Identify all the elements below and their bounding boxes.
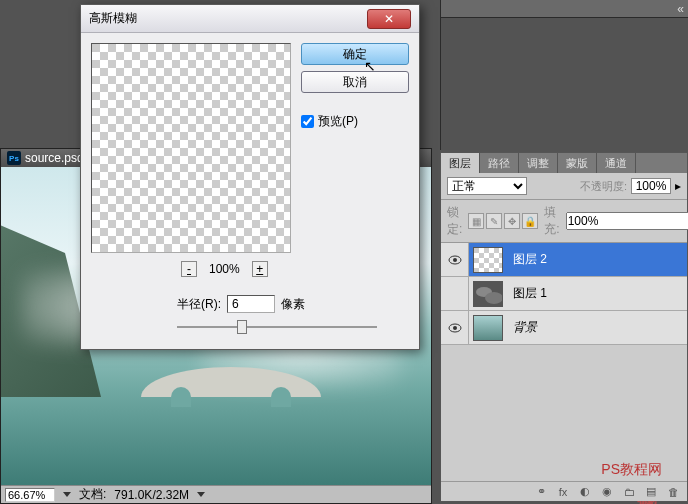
fill-label: 填充:: [544, 204, 559, 238]
layer-name[interactable]: 背景: [507, 319, 537, 336]
tab-mask[interactable]: 蒙版: [558, 153, 597, 173]
layer-thumbnail[interactable]: [473, 247, 503, 273]
layer-row[interactable]: 图层 2: [441, 243, 687, 277]
delete-icon[interactable]: 🗑: [665, 485, 681, 499]
tab-channel[interactable]: 通道: [597, 153, 636, 173]
layer-row[interactable]: 背景: [441, 311, 687, 345]
panel-strip: «: [441, 0, 688, 18]
gaussian-blur-dialog: 高斯模糊 ✕ 确定 取消 预览(P) - 100% + 半径(R): 像素: [80, 4, 420, 350]
dialog-titlebar[interactable]: 高斯模糊 ✕: [81, 5, 419, 33]
document-statusbar: 文档: 791.0K/2.32M: [1, 485, 431, 503]
adjustment-icon[interactable]: ◉: [599, 485, 615, 499]
layer-thumbnail[interactable]: [473, 315, 503, 341]
visibility-toggle[interactable]: [441, 243, 469, 276]
dropdown-icon[interactable]: [63, 492, 71, 497]
document-filename: source.psd: [25, 151, 84, 165]
close-button[interactable]: ✕: [367, 9, 411, 29]
panel-tabs: 图层 路径 调整 蒙版 通道: [441, 153, 687, 173]
preview-checkbox[interactable]: [301, 115, 314, 128]
lock-position-icon[interactable]: ✥: [504, 213, 520, 229]
dropdown-icon[interactable]: [197, 492, 205, 497]
ps-icon: Ps: [7, 151, 21, 165]
watermark-site: PS教程网: [601, 461, 662, 479]
radius-unit: 像素: [281, 296, 305, 313]
zoom-in-button[interactable]: +: [252, 261, 268, 277]
preview-checkbox-row[interactable]: 预览(P): [301, 113, 409, 130]
tab-adjust[interactable]: 调整: [519, 153, 558, 173]
link-layers-icon[interactable]: ⚭: [533, 485, 549, 499]
dropdown-icon[interactable]: ▸: [675, 179, 681, 193]
ok-button[interactable]: 确定: [301, 43, 409, 65]
layer-name[interactable]: 图层 2: [507, 251, 547, 268]
layers-panel: 图层 路径 调整 蒙版 通道 正常 不透明度: ▸ 锁定: ▦ ✎ ✥ 🔒 填充…: [440, 152, 688, 502]
layers-list: 图层 2 图层 1 背景: [441, 243, 687, 345]
layer-name[interactable]: 图层 1: [507, 285, 547, 302]
opacity-input[interactable]: [631, 178, 671, 194]
preview-area[interactable]: [91, 43, 291, 253]
zoom-out-button[interactable]: -: [181, 261, 197, 277]
layer-row[interactable]: 图层 1: [441, 277, 687, 311]
lock-label: 锁定:: [447, 204, 462, 238]
cancel-button[interactable]: 取消: [301, 71, 409, 93]
layer-thumbnail[interactable]: [473, 281, 503, 307]
doc-size-value: 791.0K/2.32M: [114, 488, 189, 502]
blend-mode-select[interactable]: 正常: [447, 177, 527, 195]
lock-pixels-icon[interactable]: ✎: [486, 213, 502, 229]
zoom-level: 100%: [209, 262, 240, 276]
tab-paths[interactable]: 路径: [480, 153, 519, 173]
group-icon[interactable]: 🗀: [621, 485, 637, 499]
svg-point-1: [453, 258, 457, 262]
zoom-input[interactable]: [5, 488, 55, 502]
fx-icon[interactable]: fx: [555, 485, 571, 499]
lock-transparency-icon[interactable]: ▦: [468, 213, 484, 229]
visibility-toggle[interactable]: [441, 277, 469, 310]
doc-size-label: 文档:: [79, 486, 106, 503]
radius-input[interactable]: [227, 295, 275, 313]
fill-input[interactable]: [566, 212, 688, 230]
mask-icon[interactable]: ◐: [577, 485, 593, 499]
svg-point-3: [453, 326, 457, 330]
preview-label: 预览(P): [318, 113, 358, 130]
panel-collapse-icon[interactable]: «: [677, 2, 684, 16]
lock-all-icon[interactable]: 🔒: [522, 213, 538, 229]
dialog-title: 高斯模糊: [89, 10, 137, 27]
radius-slider[interactable]: [177, 319, 377, 335]
radius-row: 半径(R): 像素: [177, 295, 305, 313]
visibility-toggle[interactable]: [441, 311, 469, 344]
radius-label: 半径(R):: [177, 296, 221, 313]
tab-layers[interactable]: 图层: [441, 153, 480, 173]
blend-row: 正常 不透明度: ▸: [441, 173, 687, 200]
opacity-label: 不透明度:: [580, 179, 627, 194]
new-layer-icon[interactable]: ▤: [643, 485, 659, 499]
layers-footer: ⚭ fx ◐ ◉ 🗀 ▤ 🗑: [441, 481, 687, 501]
right-upper-panel: «: [440, 0, 688, 150]
slider-thumb[interactable]: [237, 320, 247, 334]
slider-track: [177, 326, 377, 328]
lock-row: 锁定: ▦ ✎ ✥ 🔒 填充: ▸: [441, 200, 687, 243]
zoom-controls: - 100% +: [181, 261, 268, 277]
